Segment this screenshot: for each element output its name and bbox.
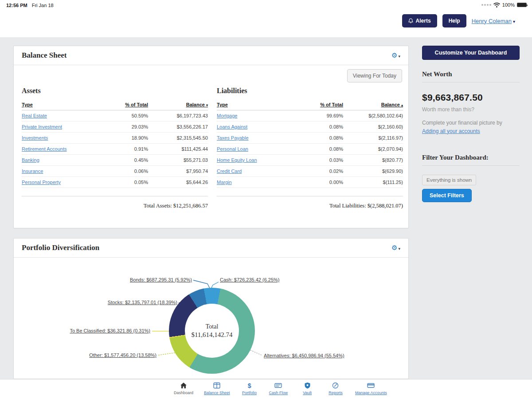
reports-icon	[332, 382, 339, 389]
liability-balance: $(2,116.97)	[343, 135, 403, 141]
nav-item-cash-flow[interactable]: Cash Flow	[269, 382, 288, 395]
asset-type-link[interactable]: Banking	[22, 157, 106, 163]
user-menu[interactable]: Henry Coleman▾	[472, 18, 515, 24]
gear-icon: ⚙	[391, 51, 397, 59]
filter-status-badge: Everything is shown	[422, 175, 476, 185]
slice-label-alternatives[interactable]: Alternatives: $6,450,986.94 (55.54%)	[264, 353, 344, 358]
customize-dashboard-button[interactable]: Customize Your Dashboard	[422, 46, 520, 60]
liability-type-link[interactable]: Credit Card	[217, 168, 301, 174]
column-pct[interactable]: % of Total	[106, 102, 148, 107]
total-liabilities: Total Liabilities: $(2,588,021.07)	[217, 196, 403, 209]
column-pct[interactable]: % of Total	[301, 102, 343, 107]
nav-label: Portfolio	[242, 391, 257, 395]
asset-type-link[interactable]: Insurance	[22, 168, 106, 174]
asset-balance: $55,271.03	[148, 157, 208, 163]
liability-type-link[interactable]: Loans Against	[217, 124, 301, 129]
asset-balance: $3,556,226.17	[148, 124, 208, 129]
asset-type-link[interactable]: Personal Property	[22, 180, 106, 185]
add-accounts-link[interactable]: Adding all your accounts	[422, 128, 480, 134]
table-row: Credit Card0.02%$(629.90)	[217, 166, 403, 177]
assets-table: Type % of Total Balance ▾ Real Estate50.…	[22, 100, 208, 188]
nav-item-vault[interactable]: Vault	[298, 382, 316, 395]
help-button[interactable]: Help	[442, 14, 466, 27]
dashboard-page: 12:56 PMFri Jan 18 100% Alerts	[0, 0, 532, 399]
liability-type-link[interactable]: Mortgage	[217, 113, 301, 118]
nav-label: Dashboard	[174, 391, 193, 395]
slice-label-cash[interactable]: Cash: $726,235.42 (6.25%)	[220, 277, 280, 282]
status-date: Fri Jan 18	[32, 3, 54, 8]
slice-label-other[interactable]: Other: $1,577,456.20 (13.58%)	[89, 352, 156, 358]
balance-sheet-card: Balance Sheet ⚙▾ Viewing For Today Asset…	[13, 46, 409, 228]
nav-item-balance-sheet[interactable]: Balance Sheet	[204, 382, 230, 395]
liability-pct: 0.08%	[301, 135, 343, 141]
asset-type-link[interactable]: Retirement Accounts	[22, 146, 106, 152]
viewing-for-today-button[interactable]: Viewing For Today	[347, 69, 402, 82]
bell-icon	[408, 18, 413, 23]
table-row: Taxes Payable0.08%$(2,116.97)	[217, 133, 403, 144]
column-type[interactable]: Type	[22, 102, 106, 107]
status-indicators: 100%	[481, 2, 527, 8]
column-balance-sort[interactable]: Balance ▾	[148, 102, 208, 107]
select-filters-button[interactable]: Select Filters	[422, 189, 472, 202]
nav-item-manage-accounts[interactable]: Manage Accounts	[355, 382, 387, 395]
asset-type-link[interactable]: Investments	[22, 135, 106, 141]
liability-balance: $(820.77)	[343, 157, 403, 163]
liability-balance: $(629.90)	[343, 168, 403, 174]
chevron-down-icon: ▾	[398, 246, 400, 251]
liability-type-link[interactable]: Taxes Payable	[217, 135, 301, 141]
sort-up-icon: ▴	[401, 103, 403, 107]
bottom-nav: Dashboard Balance Sheet $ Portfolio Cash…	[0, 379, 532, 399]
gear-icon: ⚙	[391, 244, 397, 251]
asset-type-link[interactable]: Real Estate	[22, 113, 106, 118]
asset-pct: 50.59%	[106, 113, 148, 118]
assets-section: Assets Type % of Total Balance ▾ Real Es…	[22, 87, 208, 209]
status-time: 12:56 PM	[6, 3, 27, 8]
table-row: Margin0.00%$(111.25)	[217, 177, 403, 188]
balance-sheet-header: Balance Sheet ⚙▾	[14, 46, 408, 65]
column-type[interactable]: Type	[217, 102, 301, 107]
nav-label: Balance Sheet	[204, 391, 230, 395]
net-worth-heading: Net Worth	[422, 70, 520, 82]
status-clock: 12:56 PMFri Jan 18	[6, 3, 54, 8]
portfolio-card: Portfolio Diversification ⚙▾ Total $11,6…	[13, 238, 409, 379]
balance-sheet-settings-button[interactable]: ⚙▾	[391, 51, 400, 59]
asset-type-link[interactable]: Private Investment	[22, 124, 106, 129]
liability-type-link[interactable]: Personal Loan	[217, 146, 301, 152]
nav-item-dashboard[interactable]: Dashboard	[174, 382, 193, 395]
liability-pct: 0.08%	[301, 124, 343, 129]
nav-item-reports[interactable]: Reports	[327, 382, 344, 395]
asset-pct: 0.91%	[106, 146, 148, 152]
net-worth-hint: Complete your financial picture by Addin…	[422, 119, 517, 135]
table-row: Banking0.45%$55,271.03	[22, 155, 208, 166]
asset-pct: 0.45%	[106, 157, 148, 163]
slice-label-bonds[interactable]: Bonds: $687,295.31 (5.92%)	[130, 277, 192, 282]
liability-type-link[interactable]: Margin	[217, 180, 301, 185]
liability-type-link[interactable]: Home Equity Loan	[217, 157, 301, 163]
status-bar: 12:56 PMFri Jan 18 100%	[0, 0, 532, 11]
nav-item-portfolio[interactable]: $ Portfolio	[241, 382, 258, 395]
vault-shield-icon	[304, 382, 311, 389]
wifi-icon	[493, 3, 500, 8]
alerts-button[interactable]: Alerts	[402, 14, 437, 27]
chevron-down-icon: ▾	[398, 54, 400, 59]
filter-dashboard-heading: Filter Your Dashboard:	[422, 154, 520, 166]
table-row: Real Estate50.59%$6,197,723.43	[22, 110, 208, 121]
table-row: Investments18.90%$2,315,545.50	[22, 133, 208, 144]
portfolio-title: Portfolio Diversification	[22, 243, 99, 252]
donut-ring[interactable]: Total $11,614,142.74	[169, 288, 255, 374]
liabilities-table: Type % of Total Balance ▴ Mortgage99.69%…	[217, 100, 403, 188]
liability-balance: $(111.25)	[343, 180, 403, 185]
nav-label: Manage Accounts	[355, 391, 387, 395]
liability-balance: $(2,070.94)	[343, 146, 403, 152]
table-row: Loans Against0.08%$(2,160.60)	[217, 121, 403, 133]
asset-balance: $7,950.74	[148, 168, 208, 174]
table-row: Insurance0.06%$7,950.74	[22, 166, 208, 177]
balance-sheet-title: Balance Sheet	[22, 51, 67, 60]
asset-pct: 0.06%	[106, 168, 148, 174]
top-header: 12:56 PMFri Jan 18 100% Alerts	[0, 0, 532, 37]
portfolio-settings-button[interactable]: ⚙▾	[391, 244, 400, 252]
slice-label-to-be-classified[interactable]: To Be Classified: $36,321.86 (0.31%)	[70, 328, 150, 333]
slice-label-stocks[interactable]: Stocks: $2,135,797.01 (18.39%)	[108, 300, 177, 305]
liabilities-section: Liabilities Type % of Total Balance ▴ Mo…	[217, 87, 403, 209]
column-balance-sort[interactable]: Balance ▴	[343, 102, 403, 107]
